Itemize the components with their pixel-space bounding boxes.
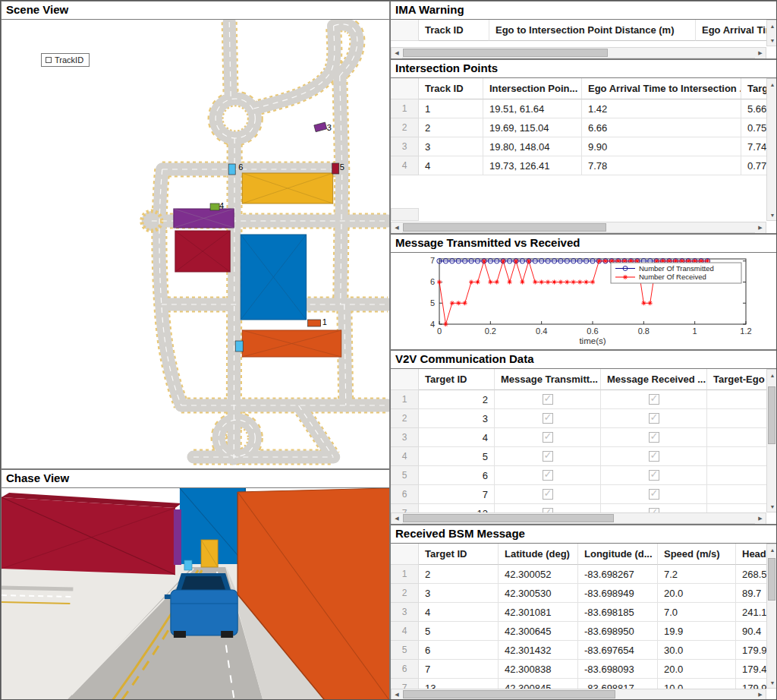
table-row[interactable]: 23 xyxy=(391,409,766,428)
table-cell[interactable]: 6 xyxy=(419,466,495,485)
table-cell[interactable]: 4 xyxy=(419,156,483,175)
table-cell[interactable]: 179.9 xyxy=(736,679,766,689)
table-row[interactable]: 45 xyxy=(391,447,766,466)
table-cell[interactable] xyxy=(601,390,707,409)
scroll-track[interactable] xyxy=(402,689,755,699)
table-cell[interactable] xyxy=(707,504,766,512)
table-cell[interactable] xyxy=(495,485,601,504)
trackid-legend[interactable]: TrackID xyxy=(41,53,90,67)
table-cell[interactable]: 89.7 xyxy=(736,584,766,603)
scroll-down-arrow-icon[interactable]: ▼ xyxy=(767,501,777,512)
table-row[interactable]: 2342.300530-83.69894920.089.7 xyxy=(391,584,766,603)
column-header[interactable]: Longitude (d... xyxy=(578,544,658,565)
table-cell[interactable]: 42.300645 xyxy=(499,622,578,641)
table-row[interactable]: 713 xyxy=(391,504,766,512)
table-cell[interactable]: 7.2 xyxy=(658,565,736,584)
column-header[interactable]: Ego to Intersection Point Distance (m) xyxy=(489,20,696,41)
table-cell[interactable]: 19.9 xyxy=(658,622,736,641)
table-cell[interactable]: 42.300530 xyxy=(499,584,578,603)
scroll-up-arrow-icon[interactable]: ▲ xyxy=(767,544,777,555)
table-cell[interactable]: 42.300845 xyxy=(499,679,578,689)
table-cell[interactable]: 90.4 xyxy=(736,622,766,641)
scroll-down-arrow-icon[interactable]: ▼ xyxy=(767,210,777,220)
table-cell[interactable]: 4 xyxy=(419,428,495,447)
checkbox-checked[interactable] xyxy=(649,489,659,500)
horizontal-scrollbar[interactable]: ◀▶ xyxy=(391,689,766,700)
table-cell[interactable]: -83.698817 xyxy=(578,679,658,689)
scroll-thumb[interactable] xyxy=(768,558,775,601)
checkbox-checked[interactable] xyxy=(543,394,553,405)
table-cell[interactable] xyxy=(707,409,766,428)
table-cell[interactable]: 7.78 xyxy=(582,156,741,175)
table-cell[interactable]: 42.301081 xyxy=(499,603,578,622)
table-cell[interactable]: 1 xyxy=(419,99,483,118)
table-cell[interactable]: 2 xyxy=(419,118,483,137)
column-header[interactable]: Speed (m/s) xyxy=(658,544,736,565)
table-row[interactable]: 34 xyxy=(391,428,766,447)
scroll-right-arrow-icon[interactable]: ▶ xyxy=(755,689,766,700)
column-header[interactable]: Target ID xyxy=(419,369,495,390)
checkbox-checked[interactable] xyxy=(543,470,553,481)
table-cell[interactable] xyxy=(707,466,766,485)
checkbox-checked[interactable] xyxy=(649,413,659,424)
scroll-thumb[interactable] xyxy=(403,223,606,232)
table-cell[interactable]: 9.90 xyxy=(582,137,741,156)
table-row[interactable]: 67 xyxy=(391,485,766,504)
scroll-left-arrow-icon[interactable]: ◀ xyxy=(392,48,402,58)
scroll-track[interactable] xyxy=(402,48,755,58)
table-cell[interactable]: 13 xyxy=(419,679,499,689)
table-cell[interactable]: 30.0 xyxy=(658,641,736,660)
scroll-left-arrow-icon[interactable]: ◀ xyxy=(392,689,402,700)
table-cell[interactable]: 20.0 xyxy=(658,584,736,603)
table-cell[interactable]: 0.77 xyxy=(741,156,766,175)
trackid-checkbox[interactable] xyxy=(46,57,52,63)
table-row[interactable]: 1242.300052-83.6982677.2268.5 xyxy=(391,565,766,584)
table-cell[interactable]: 5.66 xyxy=(741,99,766,118)
scroll-thumb[interactable] xyxy=(403,690,615,698)
column-header[interactable]: Head... xyxy=(736,544,766,565)
horizontal-scrollbar[interactable]: ◀▶ xyxy=(391,47,766,58)
table-cell[interactable]: 7.74 xyxy=(741,137,766,156)
table-cell[interactable] xyxy=(707,485,766,504)
table-cell[interactable]: -83.698093 xyxy=(578,660,658,679)
scroll-track[interactable] xyxy=(402,513,755,523)
scroll-track[interactable] xyxy=(767,31,776,35)
table-cell[interactable]: 42.300838 xyxy=(499,660,578,679)
scroll-up-arrow-icon[interactable]: ▲ xyxy=(767,79,777,90)
column-header[interactable]: Latitude (deg) xyxy=(499,544,578,565)
scroll-right-arrow-icon[interactable]: ▶ xyxy=(755,513,766,524)
table-cell[interactable] xyxy=(601,466,707,485)
scene-view-canvas[interactable]: 3 6 5 4 1 TrackID xyxy=(2,20,389,468)
column-header[interactable]: Targe... xyxy=(741,78,766,99)
table-row[interactable]: 4419.73, 126.417.780.77 xyxy=(391,156,766,175)
column-header[interactable]: Message Transmitt... xyxy=(495,369,601,390)
table-cell[interactable]: -83.698950 xyxy=(578,622,658,641)
vertical-scrollbar[interactable]: ▲▼ xyxy=(766,369,777,512)
table-cell[interactable]: 20.0 xyxy=(658,660,736,679)
table-cell[interactable]: 5 xyxy=(419,447,495,466)
table-cell[interactable]: 6.66 xyxy=(582,118,741,137)
scroll-thumb[interactable] xyxy=(403,49,608,57)
scroll-thumb[interactable] xyxy=(403,514,614,522)
scroll-left-arrow-icon[interactable]: ◀ xyxy=(392,513,402,524)
table-cell[interactable]: 19.69, 115.04 xyxy=(483,118,582,137)
scroll-track[interactable] xyxy=(767,380,776,501)
table-cell[interactable]: 241.1 xyxy=(736,603,766,622)
scroll-thumb[interactable] xyxy=(768,386,775,444)
table-cell[interactable] xyxy=(707,390,766,409)
horizontal-scrollbar[interactable]: ◀▶ xyxy=(391,222,766,233)
table-cell[interactable] xyxy=(495,466,601,485)
chase-view-canvas[interactable] xyxy=(2,488,389,700)
table-row[interactable]: 56 xyxy=(391,466,766,485)
column-header[interactable]: Track ID xyxy=(419,20,489,41)
column-header[interactable]: Message Received ... xyxy=(601,369,707,390)
checkbox-checked[interactable] xyxy=(649,451,659,462)
checkbox-checked[interactable] xyxy=(543,451,553,462)
table-cell[interactable] xyxy=(601,409,707,428)
table-cell[interactable] xyxy=(495,504,601,512)
table-cell[interactable]: -83.698185 xyxy=(578,603,658,622)
table-cell[interactable]: -83.697654 xyxy=(578,641,658,660)
vertical-scrollbar[interactable]: ▲▼ xyxy=(766,78,777,221)
column-header[interactable]: Ego Arrival Tim... xyxy=(696,20,766,41)
table-cell[interactable] xyxy=(707,428,766,447)
